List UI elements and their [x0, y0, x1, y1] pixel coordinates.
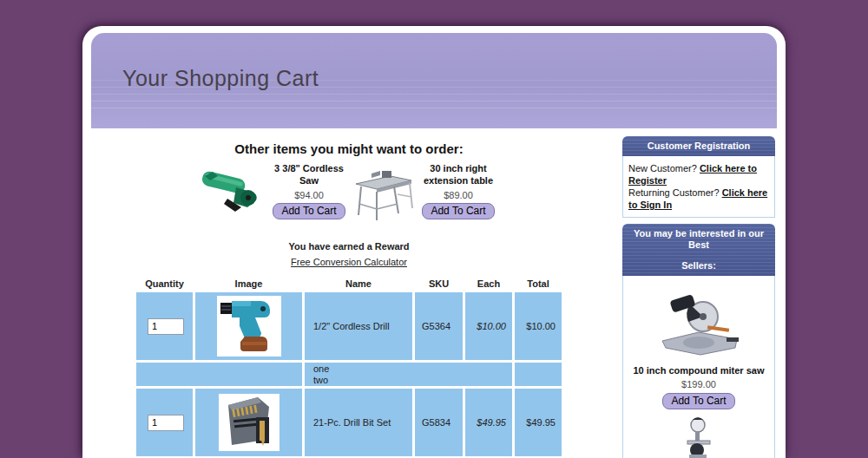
new-customer-label: New Customer?: [628, 163, 697, 173]
cordless-drill-product-image: [217, 296, 281, 357]
reward-message: You have earned a Reward: [132, 241, 566, 252]
upsell-item-info: 30 inch right extension table $89.00 Add…: [415, 162, 502, 219]
add-to-cart-button[interactable]: Add To Cart: [422, 203, 494, 219]
message-line: one: [313, 363, 512, 375]
total-price-cell: $10.00: [515, 292, 562, 360]
best-sellers-title-line1: You may be interested in our Best: [628, 228, 770, 251]
upsell-item-cordless-saw: 3 3/8" Cordless Saw $94.00 Add To Cart: [196, 160, 352, 219]
customer-registration-box: Customer Registration New Customer? Clic…: [622, 136, 775, 218]
cart-message-row: one two: [136, 363, 562, 386]
cart-row-drill-bit-set: 21-Pc. Drill Bit Set G5834 $49.95 $49.95: [136, 389, 562, 456]
best-sellers-title-line2: Sellers:: [628, 260, 770, 272]
each-price-cell: $10.00: [465, 292, 512, 360]
page-header-band: Your Shopping Cart: [91, 33, 777, 128]
customer-registration-title: Customer Registration: [628, 141, 770, 152]
sku-cell: G5834: [415, 389, 463, 456]
free-conversion-calculator-link[interactable]: Free Conversion Calculator: [291, 257, 407, 267]
column-header-image: Image: [195, 278, 302, 290]
upsell-item-extension-table: 30 inch right extension table $89.00 Add…: [352, 160, 502, 227]
column-header-sku: SKU: [415, 278, 463, 290]
cart-table-header-row: Quantity Image Name SKU Each Total: [136, 278, 562, 290]
total-price-cell: $49.95: [515, 389, 562, 456]
miter-saw-product-image: [628, 289, 769, 363]
message-row-total-cell: [515, 363, 562, 386]
best-sellers-body: 10 inch compound miter saw $199.00 Add T…: [622, 276, 775, 458]
sku-cell: G5364: [415, 292, 463, 360]
product-name-cell: 1/2" Cordless Drill: [305, 292, 412, 360]
quantity-input[interactable]: [148, 415, 184, 431]
quantity-cell: [136, 292, 193, 360]
column-header-quantity: Quantity: [136, 278, 193, 290]
message-line: two: [313, 375, 512, 386]
main-panel: Your Shopping Cart Other items you might…: [82, 26, 786, 458]
column-header-each: Each: [465, 278, 512, 290]
add-to-cart-button[interactable]: Add To Cart: [273, 203, 345, 219]
drill-bit-set-product-image: [219, 394, 279, 451]
upsell-product-name: 3 3/8" Cordless Saw: [266, 162, 352, 186]
returning-customer-label: Returning Customer?: [628, 187, 720, 198]
upsell-product-price: $94.00: [266, 190, 352, 200]
upsell-item-info: 3 3/8" Cordless Saw $94.00 Add To Cart: [266, 162, 352, 219]
best-sellers-header: You may be interested in our Best Seller…: [622, 224, 775, 276]
image-cell: [195, 292, 302, 360]
best-seller-product-price: $199.00: [628, 378, 769, 390]
page-title: Your Shopping Cart: [122, 66, 319, 91]
customer-registration-header: Customer Registration: [622, 136, 775, 156]
page-background: { "header": { "title": "Your Shopping Ca…: [0, 0, 868, 458]
image-cell: [195, 389, 302, 456]
quantity-cell: [136, 389, 193, 456]
upsell-items-row: 3 3/8" Cordless Saw $94.00 Add To Cart: [132, 160, 566, 227]
product-name-cell: 21-Pc. Drill Bit Set: [305, 389, 412, 456]
each-price-cell: $49.95: [465, 389, 512, 456]
cordless-saw-product-image: [196, 168, 266, 219]
quantity-input[interactable]: [148, 318, 184, 335]
add-to-cart-button[interactable]: Add To Cart: [662, 393, 734, 409]
upsell-product-name: 30 inch right extension table: [415, 162, 502, 186]
message-row-spacer-cell: [136, 363, 302, 386]
message-cell: one two: [305, 363, 512, 386]
cart-table: Quantity Image Name SKU Each Total: [134, 276, 564, 458]
customer-registration-body: New Customer? Click here to Register Ret…: [622, 156, 775, 218]
cart-row-cordless-drill: 1/2" Cordless Drill G5364 $10.00 $10.00: [136, 292, 562, 360]
best-sellers-box: You may be interested in our Best Seller…: [622, 224, 775, 458]
band-saw-product-image: [628, 416, 769, 458]
column-header-name: Name: [305, 278, 412, 290]
column-header-total: Total: [515, 278, 562, 290]
cart-main-column: Other items you might want to order:: [132, 128, 566, 458]
best-seller-product-name: 10 inch compound miter saw: [628, 364, 769, 376]
upsell-product-price: $89.00: [415, 190, 502, 200]
table-saw-product-image: [352, 168, 415, 227]
upsell-section-title: Other items you might want to order:: [132, 141, 566, 156]
header-spacer: [628, 251, 770, 260]
